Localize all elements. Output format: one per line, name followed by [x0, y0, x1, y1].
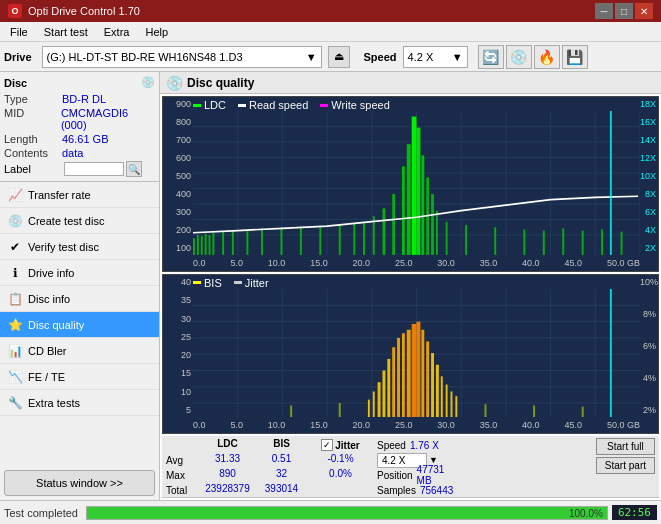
- speed-stat-label: Speed: [377, 440, 406, 451]
- menu-extra[interactable]: Extra: [98, 24, 136, 40]
- nav-transfer-rate-label: Transfer rate: [28, 189, 91, 201]
- speed-select[interactable]: 4.2 X ▼: [403, 46, 468, 68]
- disc-label-row: Label 🔍: [4, 161, 155, 177]
- y1r-2x: 2X: [640, 243, 658, 253]
- cd-bler-icon: 📊: [8, 344, 22, 358]
- refresh-button[interactable]: 🔄: [478, 45, 504, 69]
- nav-transfer-rate[interactable]: 📈 Transfer rate: [0, 182, 159, 208]
- nav-drive-info[interactable]: ℹ Drive info: [0, 260, 159, 286]
- x1-15: 15.0: [310, 258, 328, 268]
- nav-create-test-disc[interactable]: 💿 Create test disc: [0, 208, 159, 234]
- disc-length-value: 46.61 GB: [62, 133, 108, 145]
- drive-dropdown-arrow[interactable]: ▼: [306, 51, 317, 63]
- svg-rect-20: [201, 236, 203, 255]
- svg-rect-81: [417, 322, 421, 417]
- menu-file[interactable]: File: [4, 24, 34, 40]
- status-window-button[interactable]: Status window >>: [4, 470, 155, 496]
- x2-20: 20.0: [353, 420, 371, 430]
- x2-30: 30.0: [437, 420, 455, 430]
- svg-rect-36: [392, 194, 395, 255]
- y1-label-800: 800: [163, 117, 193, 127]
- save-button[interactable]: 💾: [562, 45, 588, 69]
- nav-create-test-disc-label: Create test disc: [28, 215, 104, 227]
- close-button[interactable]: ✕: [635, 3, 653, 19]
- start-full-button[interactable]: Start full: [596, 438, 655, 455]
- progress-bar-container: 100.0%: [86, 506, 608, 520]
- main-layout: Disc 💿 Type BD-R DL MID CMCMAGDI6 (000) …: [0, 72, 661, 500]
- progress-bar-fill: [87, 507, 607, 519]
- svg-rect-53: [621, 232, 623, 255]
- nav-disc-info[interactable]: 📋 Disc info: [0, 286, 159, 312]
- chart2-legend: BIS Jitter: [193, 277, 269, 289]
- drive-select[interactable]: (G:) HL-DT-ST BD-RE WH16NS48 1.D3 ▼: [42, 46, 322, 68]
- total-label: Total: [166, 483, 196, 497]
- chart-ldc: LDC Read speed Write speed 900 800 70: [162, 96, 659, 272]
- disc-button[interactable]: 💿: [506, 45, 532, 69]
- disc-quality-header: 💿 Disc quality: [160, 72, 661, 94]
- y1r-14x: 14X: [640, 135, 658, 145]
- svg-rect-74: [382, 370, 385, 417]
- drive-eject-button[interactable]: ⏏: [328, 46, 350, 68]
- menu-bar: File Start test Extra Help: [0, 22, 661, 42]
- nav-fe-te[interactable]: 📉 FE / TE: [0, 364, 159, 390]
- content-area: 💿 Disc quality LDC Read speed: [160, 72, 661, 500]
- title-bar: O Opti Drive Control 1.70 ─ □ ✕: [0, 0, 661, 22]
- svg-rect-27: [261, 228, 263, 255]
- y1r-4x: 4X: [640, 225, 658, 235]
- y1-label-300: 300: [163, 207, 193, 217]
- disc-label-input[interactable]: [64, 162, 124, 176]
- menu-help[interactable]: Help: [139, 24, 174, 40]
- nav-disc-quality[interactable]: ⭐ Disc quality: [0, 312, 159, 338]
- nav-extra-tests-label: Extra tests: [28, 397, 80, 409]
- chart-bis: BIS Jitter 40 35 30 25 20 15 10 5: [162, 274, 659, 434]
- transfer-rate-icon: 📈: [8, 188, 22, 202]
- nav-cd-bler[interactable]: 📊 CD Bler: [0, 338, 159, 364]
- svg-rect-51: [582, 231, 584, 255]
- y1r-12x: 12X: [640, 153, 658, 163]
- svg-rect-18: [193, 238, 195, 255]
- y2r-2: 2%: [640, 405, 658, 415]
- maximize-button[interactable]: □: [615, 3, 633, 19]
- status-bar: Test completed 100.0% 62:56: [0, 500, 661, 524]
- nav-verify-test-disc[interactable]: ✔ Verify test disc: [0, 234, 159, 260]
- svg-rect-39: [412, 117, 417, 255]
- svg-rect-19: [197, 235, 199, 255]
- disc-label-button[interactable]: 🔍: [126, 161, 142, 177]
- disc-contents-row: Contents data: [4, 147, 155, 159]
- start-part-button[interactable]: Start part: [596, 457, 655, 474]
- svg-rect-24: [222, 232, 224, 255]
- svg-rect-80: [412, 324, 417, 417]
- x1-5: 5.0: [230, 258, 243, 268]
- x1-50: 50.0 GB: [607, 258, 640, 268]
- jitter-max: 0.0%: [329, 468, 352, 482]
- nav-disc-quality-label: Disc quality: [28, 319, 84, 331]
- disc-icon: 💿: [141, 76, 155, 89]
- chart2-y-axis-left: 40 35 30 25 20 15 10 5: [163, 275, 193, 417]
- y2-35: 35: [163, 295, 193, 305]
- svg-rect-49: [543, 231, 545, 255]
- bis-dot: [193, 281, 201, 284]
- svg-rect-91: [339, 403, 341, 417]
- svg-rect-37: [402, 166, 405, 255]
- drive-bar: Drive (G:) HL-DT-ST BD-RE WH16NS48 1.D3 …: [0, 42, 661, 72]
- y1-label-100: 100: [163, 243, 193, 253]
- speed-dropdown-arrow[interactable]: ▼: [452, 51, 463, 63]
- bis-total: 393014: [265, 483, 298, 497]
- minimize-button[interactable]: ─: [595, 3, 613, 19]
- y1-label-400: 400: [163, 189, 193, 199]
- svg-rect-85: [436, 365, 439, 417]
- jitter-checkbox[interactable]: ✓: [321, 439, 333, 451]
- burn-button[interactable]: 🔥: [534, 45, 560, 69]
- svg-rect-30: [319, 227, 321, 255]
- nav-extra-tests[interactable]: 🔧 Extra tests: [0, 390, 159, 416]
- legend-write-speed-label: Write speed: [331, 99, 390, 111]
- menu-start-test[interactable]: Start test: [38, 24, 94, 40]
- svg-rect-41: [421, 155, 424, 255]
- svg-rect-29: [300, 226, 302, 255]
- legend-jitter: Jitter: [234, 277, 269, 289]
- x2-40: 40.0: [522, 420, 540, 430]
- disc-label-key: Label: [4, 163, 62, 175]
- y2r-4: 4%: [640, 373, 658, 383]
- svg-rect-88: [451, 391, 453, 417]
- app-title: Opti Drive Control 1.70: [28, 5, 140, 17]
